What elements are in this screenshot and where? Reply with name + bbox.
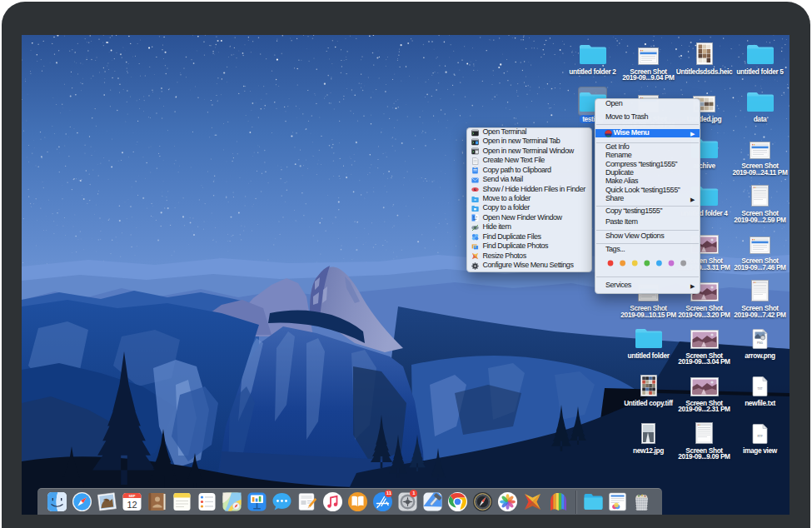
svg-text:SEP: SEP [128, 493, 135, 497]
svg-text:PNG: PNG [757, 341, 763, 345]
svg-text:TXT: TXT [757, 387, 762, 391]
svg-text:12: 12 [127, 499, 137, 509]
svg-text:RTF: RTF [757, 435, 762, 438]
